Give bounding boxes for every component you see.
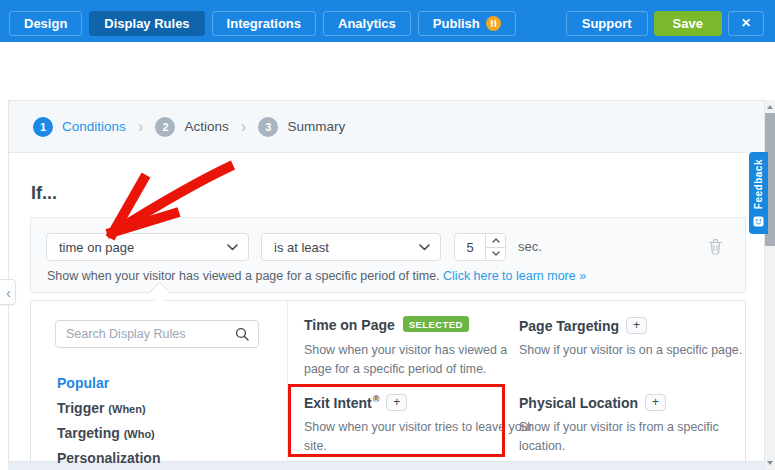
chevron-down-icon (419, 244, 430, 251)
feedback-tab[interactable]: Feedback (749, 152, 768, 234)
nav-tabs: Design Display Rules Integrations Analyt… (9, 11, 516, 36)
step-summary[interactable]: 3 Summary (258, 117, 345, 137)
scrollbar-down-arrow-icon[interactable] (767, 461, 773, 465)
search-icon[interactable] (231, 327, 258, 341)
seconds-stepper (454, 233, 506, 261)
tab-label: Publish (433, 12, 480, 35)
condition-row-panel: time on page is at least sec. (30, 217, 746, 293)
category-label: Popular (57, 375, 109, 391)
close-button[interactable]: ✕ (728, 11, 764, 36)
top-nav: Design Display Rules Integrations Analyt… (0, 0, 775, 42)
step-label: Summary (287, 119, 345, 134)
rule-type-value: time on page (59, 240, 134, 255)
rule-title: Physical Location (519, 395, 638, 411)
annotation-highlight-box (288, 384, 505, 457)
category-suffix: (Who) (124, 428, 155, 440)
support-button[interactable]: Support (566, 11, 648, 36)
chevron-down-icon (227, 244, 238, 251)
category-label: Trigger (57, 400, 104, 416)
rule-title: Page Targeting (519, 318, 619, 334)
learn-more-link[interactable]: Click here to learn more » (443, 269, 586, 283)
tab-label: Display Rules (104, 12, 189, 35)
search-input[interactable] (56, 327, 231, 341)
step-separator-icon: › (241, 117, 247, 137)
operator-dropdown[interactable]: is at least (261, 233, 441, 261)
spinner-down-button[interactable] (486, 247, 505, 261)
step-label: Actions (184, 119, 228, 134)
step-number: 1 (33, 117, 53, 137)
rule-title-row: Page Targeting + (519, 317, 744, 334)
category-label: Personalization (57, 450, 160, 466)
category-personalization[interactable]: Personalization (57, 446, 160, 470)
delete-condition-button[interactable] (708, 238, 723, 255)
tab-label: Integrations (227, 12, 301, 35)
tab-publish[interactable]: Publish (418, 11, 516, 36)
trash-icon (708, 238, 723, 255)
operator-value: is at least (274, 240, 329, 255)
step-label: Conditions (62, 119, 126, 134)
spinner-controls (485, 234, 505, 260)
tab-design[interactable]: Design (9, 11, 82, 36)
rule-page-targeting: Page Targeting + (519, 317, 744, 334)
rule-physical-location: Physical Location + (519, 394, 744, 411)
rule-title: Time on Page (304, 317, 395, 333)
category-label: Targeting (57, 425, 120, 441)
add-rule-button[interactable]: + (645, 394, 666, 411)
rule-title-row: Physical Location + (519, 394, 744, 411)
publish-paused-icon (486, 16, 501, 31)
step-number: 3 (258, 117, 278, 137)
category-popular[interactable]: Popular (57, 371, 160, 396)
step-actions[interactable]: 2 Actions (155, 117, 228, 137)
unit-label: sec. (518, 239, 542, 254)
page-title: If... (31, 183, 57, 204)
category-suffix: (When) (108, 403, 145, 415)
rule-title-row[interactable]: Time on Page SELECTED (304, 317, 529, 333)
condition-helper-text: Show when your visitor has viewed a page… (47, 269, 586, 283)
step-number: 2 (155, 117, 175, 137)
stepper: 1 Conditions › 2 Actions › 3 Summary (9, 101, 764, 153)
category-list: Popular Trigger (When) Targeting (Who) P… (57, 371, 160, 470)
tab-integrations[interactable]: Integrations (212, 11, 316, 36)
category-targeting[interactable]: Targeting (Who) (57, 421, 160, 446)
optinmonster-display-rules-screen: Design Display Rules Integrations Analyt… (0, 0, 775, 470)
category-trigger[interactable]: Trigger (When) (57, 396, 160, 421)
nav-actions: Support Save ✕ (566, 11, 764, 36)
rule-description: Show if your visitor is on a specific pa… (519, 341, 754, 360)
collapse-panel-button[interactable]: ‹ (0, 279, 16, 305)
helper-text: Show when your visitor has viewed a page… (47, 269, 443, 283)
rule-type-dropdown[interactable]: time on page (46, 233, 249, 261)
tab-analytics[interactable]: Analytics (323, 11, 411, 36)
search-box (55, 320, 259, 348)
feedback-label: Feedback (753, 159, 764, 209)
rule-description: Show when your visitor has viewed a page… (304, 341, 539, 379)
selected-badge: SELECTED (403, 316, 469, 332)
chevron-left-icon: ‹ (6, 284, 11, 301)
scrollbar-up-arrow-icon[interactable] (767, 105, 773, 109)
add-rule-button[interactable]: + (626, 317, 647, 334)
rule-time-on-page: Time on Page SELECTED (304, 317, 529, 333)
feedback-smiley-icon (753, 216, 764, 227)
step-separator-icon: › (138, 117, 144, 137)
step-conditions[interactable]: 1 Conditions (33, 117, 126, 137)
spinner-up-button[interactable] (486, 234, 505, 247)
rule-description: Show if your visitor is from a specific … (519, 418, 754, 456)
tab-label: Analytics (338, 12, 396, 35)
tab-display-rules[interactable]: Display Rules (89, 11, 204, 36)
save-button[interactable]: Save (654, 11, 722, 36)
seconds-input[interactable] (455, 234, 485, 260)
close-icon: ✕ (741, 12, 751, 35)
tab-label: Design (24, 12, 67, 35)
